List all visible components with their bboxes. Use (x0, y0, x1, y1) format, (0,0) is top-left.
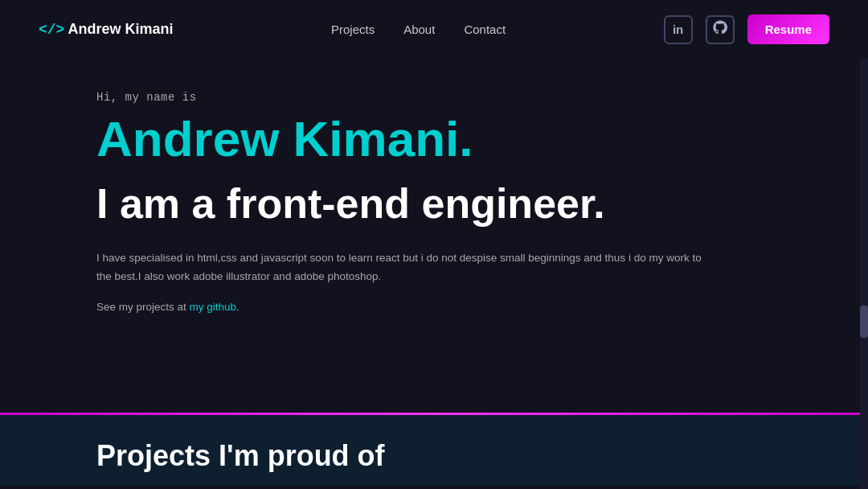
logo-name: Andrew Kimani (68, 21, 173, 38)
logo[interactable]: </> Andrew Kimani (39, 21, 173, 38)
hero-section: Hi, my name is Andrew Kimani. I am a fro… (0, 59, 868, 413)
linkedin-icon-button[interactable]: in (664, 15, 693, 44)
scrollbar-thumb[interactable] (860, 306, 868, 338)
logo-bracket: </> (39, 22, 64, 38)
nav-icons-group: in Resume (664, 14, 829, 44)
nav-about-link[interactable]: About (403, 23, 435, 36)
hero-description: I have specialised in html,css and javas… (96, 249, 707, 286)
linkedin-icon: in (673, 23, 683, 36)
navbar: </> Andrew Kimani Projects About Contact… (0, 0, 868, 59)
hero-github-suffix: . (236, 301, 240, 313)
scrollbar-track[interactable] (860, 0, 868, 489)
hero-github-link[interactable]: my github (190, 301, 237, 313)
hero-tagline: I am a front-end engineer. (96, 181, 772, 227)
hero-greeting: Hi, my name is (96, 91, 772, 104)
projects-section: Projects I'm proud of (0, 415, 868, 486)
github-icon-button[interactable] (706, 15, 735, 44)
github-icon (713, 20, 727, 39)
hero-name: Andrew Kimani. (96, 112, 772, 166)
projects-heading: Projects I'm proud of (96, 439, 385, 473)
hero-github-prefix: See my projects at (96, 301, 190, 313)
nav-projects-link[interactable]: Projects (331, 23, 375, 36)
hero-github-line: See my projects at my github. (96, 301, 772, 313)
nav-contact-link[interactable]: Contact (464, 23, 506, 36)
nav-links: Projects About Contact (331, 23, 506, 36)
resume-button[interactable]: Resume (747, 14, 829, 44)
